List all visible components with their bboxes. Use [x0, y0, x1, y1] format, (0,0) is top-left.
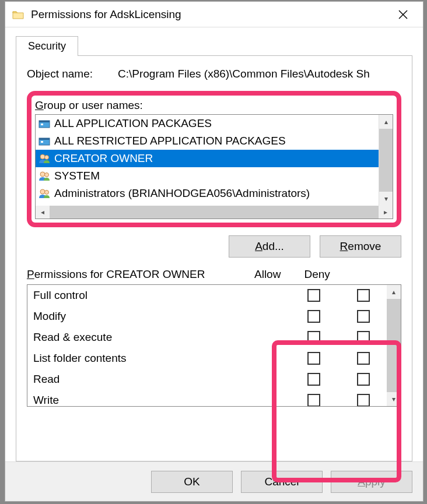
permission-name: Full control — [33, 289, 288, 302]
user-list-item[interactable]: ALL APPLICATION PACKAGES — [36, 115, 379, 132]
deny-column-header: Deny — [304, 268, 330, 281]
user-list-label: Administrators (BRIANHODGEA056\Administr… — [54, 187, 310, 200]
cancel-button[interactable]: Cancel — [241, 471, 323, 493]
svg-point-8 — [40, 154, 45, 159]
object-name-row: Object name: C:\Program Files (x86)\Comm… — [27, 68, 401, 80]
permissions-vertical-scrollbar[interactable]: ▴ ▾ — [387, 285, 401, 406]
user-list-label: CREATOR OWNER — [54, 152, 153, 165]
tab-area: Security Object name: C:\Program Files (… — [5, 27, 423, 461]
package-icon — [38, 118, 51, 129]
deny-checkbox[interactable] — [357, 331, 370, 344]
users-icon — [38, 188, 51, 199]
svg-point-11 — [45, 173, 49, 177]
user-list-item[interactable]: ALL RESTRICTED APPLICATION PACKAGES — [36, 132, 379, 150]
scroll-left-icon[interactable]: ◂ — [36, 206, 50, 218]
svg-point-9 — [45, 156, 49, 160]
remove-button[interactable]: Remove — [320, 235, 401, 258]
svg-point-13 — [45, 191, 49, 195]
perm-scroll-down-icon[interactable]: ▾ — [387, 392, 401, 406]
permission-row: Read — [27, 369, 387, 390]
allow-checkbox[interactable] — [307, 352, 320, 365]
perm-scroll-up-icon[interactable]: ▴ — [387, 285, 401, 299]
deny-checkbox[interactable] — [357, 352, 370, 365]
permissions-columns: Allow Deny — [254, 268, 330, 281]
users-vertical-scrollbar[interactable]: ▴ ▾ — [379, 115, 393, 206]
allow-checkbox[interactable] — [307, 373, 320, 386]
deny-checkbox[interactable] — [357, 394, 370, 406]
perm-scroll-thumb[interactable] — [387, 299, 401, 392]
user-buttons-row: Add... Remove — [27, 235, 401, 258]
allow-checkbox[interactable] — [307, 331, 320, 344]
object-name-label: Object name: — [27, 68, 118, 80]
svg-point-12 — [40, 189, 45, 194]
users-icon — [38, 153, 51, 164]
users-highlight: Group or user names: ALL APPLICATION PAC… — [27, 91, 401, 227]
package-icon — [38, 135, 51, 147]
add-button[interactable]: Add... — [229, 235, 310, 258]
scroll-down-icon[interactable]: ▾ — [379, 192, 393, 206]
users-listbox[interactable]: ALL APPLICATION PACKAGESALL RESTRICTED A… — [35, 114, 393, 219]
permission-name: Write — [33, 394, 288, 406]
permission-row: Write — [27, 390, 387, 406]
ok-button[interactable]: OK — [151, 471, 233, 493]
permissions-header: Permissions for CREATOR OWNER Allow Deny — [27, 268, 401, 281]
permissions-listbox: Full controlModifyRead & executeList fol… — [27, 284, 401, 407]
deny-checkbox[interactable] — [357, 310, 370, 323]
user-list-label: SYSTEM — [54, 170, 100, 182]
svg-rect-7 — [41, 141, 43, 143]
permissions-dialog: Permissions for AdskLicensing Security O… — [5, 1, 424, 502]
allow-checkbox[interactable] — [307, 394, 320, 406]
allow-column-header: Allow — [254, 268, 281, 281]
permission-name: Read — [33, 373, 288, 386]
svg-rect-3 — [39, 121, 50, 122]
svg-rect-4 — [41, 124, 43, 125]
deny-checkbox[interactable] — [357, 373, 370, 386]
allow-checkbox[interactable] — [307, 310, 320, 323]
permission-row: Modify — [27, 306, 387, 327]
permission-row: List folder contents — [27, 348, 387, 369]
scroll-right-icon[interactable]: ▸ — [379, 206, 393, 218]
object-name-value: C:\Program Files (x86)\Common Files\Auto… — [118, 68, 401, 80]
users-icon — [38, 170, 51, 182]
svg-point-10 — [40, 172, 45, 177]
user-list-label: ALL RESTRICTED APPLICATION PACKAGES — [54, 135, 286, 147]
tab-strip: Security — [16, 36, 412, 56]
tab-content: Object name: C:\Program Files (x86)\Comm… — [16, 56, 412, 461]
permission-row: Read & execute — [27, 327, 387, 348]
permissions-for-label: Permissions for CREATOR OWNER — [27, 268, 254, 281]
dialog-footer: OK Cancel Apply — [5, 461, 423, 501]
user-list-item[interactable]: CREATOR OWNER — [36, 150, 379, 167]
apply-button[interactable]: Apply — [331, 471, 412, 493]
permission-name: Read & execute — [33, 331, 288, 344]
close-button[interactable] — [390, 2, 416, 27]
hscroll-thumb[interactable] — [50, 206, 379, 218]
allow-checkbox[interactable] — [307, 289, 320, 302]
user-list-item[interactable]: Administrators (BRIANHODGEA056\Administr… — [36, 185, 379, 202]
group-users-label: Group or user names: — [35, 99, 393, 112]
folder-icon — [12, 10, 24, 19]
scroll-thumb[interactable] — [379, 129, 393, 192]
svg-rect-6 — [39, 138, 50, 140]
deny-checkbox[interactable] — [357, 289, 370, 302]
permission-name: List folder contents — [33, 352, 288, 365]
permission-row: Full control — [27, 285, 387, 306]
close-icon — [398, 9, 408, 20]
tab-security[interactable]: Security — [16, 36, 78, 56]
user-list-label: ALL APPLICATION PACKAGES — [54, 117, 212, 130]
scroll-up-icon[interactable]: ▴ — [379, 115, 393, 129]
users-horizontal-scrollbar[interactable]: ◂ ▸ — [36, 206, 393, 218]
user-list-item[interactable]: SYSTEM — [36, 167, 379, 185]
permission-name: Modify — [33, 310, 288, 323]
titlebar: Permissions for AdskLicensing — [5, 2, 423, 27]
dialog-title: Permissions for AdskLicensing — [31, 8, 390, 21]
